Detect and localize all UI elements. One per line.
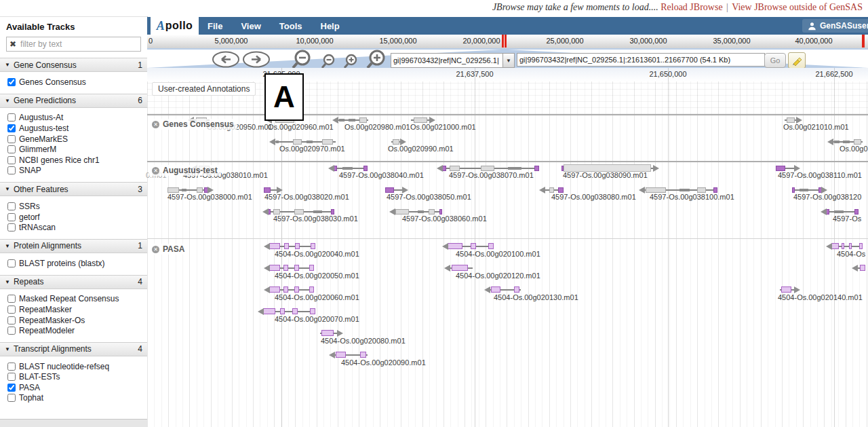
track-checkbox[interactable]	[7, 202, 16, 210]
track-checkbox[interactable]	[7, 213, 16, 221]
track-label-user-created-annotations[interactable]: User-created Annotations	[152, 82, 256, 96]
gene-feature-label[interactable]: 4504-Os.00g020090.m01	[341, 358, 426, 367]
gene-feature-label[interactable]: Os.00g020960.m01	[268, 123, 334, 131]
track-filter[interactable]: ✖	[6, 37, 141, 52]
track-checkbox-item[interactable]: Augustus-At	[7, 113, 144, 124]
overview-ruler[interactable]: 05,000,00010,000,00015,000,00020,000,000…	[147, 35, 868, 49]
track-checkbox[interactable]	[7, 145, 16, 153]
track-checkbox-item[interactable]: getorf	[7, 212, 144, 223]
track-checkbox-item[interactable]: NCBI genes Rice chr1	[7, 155, 144, 166]
track-label-genes-consensus[interactable]: ✕Genes Consensus	[149, 119, 237, 130]
view-outside-link[interactable]: View JBrowse outside of GenSAS	[732, 2, 863, 12]
close-icon[interactable]: ✕	[152, 167, 159, 174]
gene-feature-label[interactable]: Os.00g020970.m01	[279, 145, 345, 153]
track-checkbox-item[interactable]: PASA	[7, 382, 144, 393]
location-input[interactable]	[517, 53, 765, 67]
track-checkbox-item[interactable]: SNAP	[7, 166, 144, 177]
track-section-header[interactable]: ▼Gene Consensus1	[0, 58, 147, 72]
track-checkbox-item[interactable]: tRNAscan	[7, 222, 144, 233]
gene-feature-label[interactable]: 4597-Os.00g038020.m01	[264, 193, 349, 201]
track-checkbox[interactable]	[7, 394, 16, 402]
track-checkbox[interactable]	[7, 113, 16, 122]
track-checkbox[interactable]	[7, 305, 16, 314]
track-section-header[interactable]: ▼Transcript Alignments4	[0, 342, 147, 356]
track-checkbox-item[interactable]: BLAST proteins (blastx)	[7, 258, 144, 269]
gene-feature-label[interactable]: 4597-Os.00g038060.m01	[402, 215, 487, 223]
track-checkbox-item[interactable]: RepeatModeler	[7, 325, 144, 336]
gene-feature-label[interactable]: 4597-Os.00g038070.m01	[449, 171, 534, 179]
gene-feature-label[interactable]: 4504-Os.00g020100.m01	[456, 250, 540, 258]
filter-input[interactable]	[19, 39, 138, 50]
track-checkbox-item[interactable]: Tophat	[7, 393, 144, 404]
gene-feature-label[interactable]: 4504-Os.00g020070.m01	[275, 315, 359, 323]
clear-filter-icon[interactable]: ✖	[9, 39, 16, 49]
gene-feature-label[interactable]: 4504-Os.00g020130.m01	[494, 293, 578, 301]
track-checkbox[interactable]	[7, 156, 16, 164]
track-label-augustus-test[interactable]: ✕Augustus-test	[149, 165, 221, 176]
gene-feature-glyph[interactable]	[857, 263, 865, 272]
track-checkbox-item[interactable]: RepeatMasker	[7, 304, 144, 315]
gene-feature-label[interactable]: 4597-Os.00g038080.m01	[551, 193, 636, 201]
menu-view[interactable]: View	[241, 21, 260, 31]
gene-feature-label[interactable]: 4597-Os.00g038040.m01	[339, 171, 424, 179]
pan-left-button[interactable]	[212, 51, 240, 68]
pan-right-button[interactable]	[242, 51, 271, 68]
track-divider[interactable]	[147, 114, 868, 115]
track-checkbox-item[interactable]: BLAST nucleotide-refseq	[7, 361, 144, 372]
track-checkbox[interactable]	[7, 327, 16, 335]
gene-feature-label[interactable]: 4597-Os.00g038000.m01	[167, 193, 252, 201]
track-checkbox[interactable]	[7, 373, 16, 381]
detail-ruler[interactable]: 21,612,50021,625,00021,637,50021,650,000…	[147, 68, 868, 81]
track-checkbox[interactable]	[7, 363, 16, 371]
menu-help[interactable]: Help	[321, 21, 340, 31]
user-button[interactable]: GenSASuser	[802, 19, 868, 33]
gene-feature-label[interactable]: 4597-Os.00g038120	[793, 193, 861, 201]
track-checkbox[interactable]	[7, 135, 16, 143]
track-checkbox-item[interactable]: Masked Repeat Consensus	[7, 294, 144, 305]
gene-feature-label[interactable]: 4504-Os.00g020050.m01	[275, 272, 359, 280]
reload-jbrowse-link[interactable]: Reload JBrowse	[660, 2, 722, 12]
track-checkbox-item[interactable]: GeneMarkES	[7, 134, 144, 145]
gene-feature-label[interactable]: Os.00g021010.m01	[783, 123, 849, 131]
track-checkbox[interactable]	[7, 259, 16, 267]
track-checkbox[interactable]	[7, 78, 16, 86]
track-section-header[interactable]: ▼Gene Predictions6	[0, 94, 147, 108]
gene-feature-label[interactable]: 4504-Os	[837, 250, 865, 258]
gene-feature-label[interactable]: 4597-Os.00g038030.m01	[273, 215, 358, 223]
gene-feature-label[interactable]: 4597-Os.00g038090.m01	[563, 171, 648, 179]
gene-feature-label[interactable]: 4504-Os.00g020060.m01	[275, 293, 359, 301]
gene-feature-label[interactable]: 4504-Os.00g020120.m01	[456, 272, 540, 280]
track-checkbox[interactable]	[7, 124, 16, 132]
gene-feature-label[interactable]: 4504-Os.00g020080.m01	[321, 337, 406, 345]
track-checkbox-item[interactable]: SSRs	[7, 201, 144, 212]
gene-feature-label[interactable]: 4597-Os	[833, 215, 861, 223]
track-checkbox-item[interactable]: Genes Consensus	[7, 77, 144, 88]
overview-position-cursor[interactable]	[502, 35, 507, 48]
gene-feature-label[interactable]: Os.00g021000.m01	[410, 123, 476, 131]
apollo-logo[interactable]: A pollo	[151, 17, 199, 35]
track-checkbox-item[interactable]: Augustus-test	[7, 123, 144, 134]
track-checkbox[interactable]	[7, 316, 16, 324]
track-checkbox[interactable]	[7, 223, 16, 231]
close-icon[interactable]: ✕	[152, 246, 159, 253]
track-checkbox-item[interactable]: GlimmerM	[7, 144, 144, 155]
track-divider[interactable]	[147, 161, 868, 162]
track-label-pasa[interactable]: ✕PASA	[149, 244, 188, 255]
gene-feature-label[interactable]: 4597-Os.00g038050.m01	[387, 193, 471, 201]
track-checkbox-item[interactable]: BLAT-ESTs	[7, 372, 144, 383]
track-divider[interactable]	[147, 238, 868, 239]
gene-feature-label[interactable]: Os.00g020990.m01	[388, 145, 454, 153]
refseq-dropdown[interactable]: gi|996703432|ref|NC_029256.1| ▼	[391, 53, 515, 68]
highlight-button[interactable]	[788, 52, 806, 69]
track-checkbox[interactable]	[7, 166, 16, 174]
close-icon[interactable]: ✕	[152, 121, 159, 128]
track-checkbox-item[interactable]: RepeatMasker-Os	[7, 315, 144, 326]
track-checkbox[interactable]	[7, 384, 16, 392]
gene-feature-label[interactable]: 4597-Os.00g038100.m01	[650, 193, 734, 201]
track-checkbox[interactable]	[7, 295, 16, 303]
chevron-down-icon[interactable]: ▼	[502, 54, 514, 67]
track-section-header[interactable]: ▼Other Features3	[0, 182, 147, 196]
gene-feature-label[interactable]: 4504-Os.00g020040.m01	[275, 250, 359, 258]
gene-feature-label[interactable]: Os.00g020980.m01	[344, 123, 410, 131]
track-section-header[interactable]: ▼Repeats4	[0, 275, 147, 289]
